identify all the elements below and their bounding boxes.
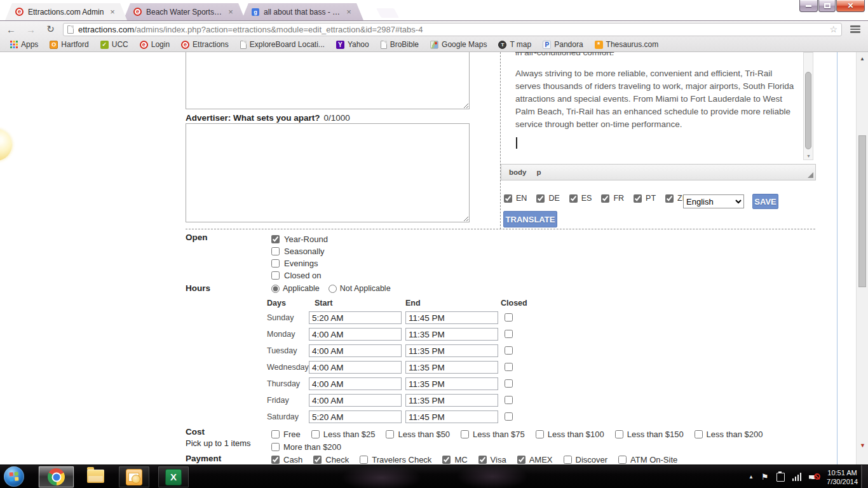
advertiser-textarea[interactable]: [186, 123, 470, 222]
open-option[interactable]: Closed on: [271, 269, 328, 281]
hidden-icons-arrow[interactable]: ▲: [749, 474, 754, 480]
cost-checkbox[interactable]: [615, 430, 623, 438]
language-option[interactable]: FR: [601, 194, 624, 203]
hours-mode-radio[interactable]: [329, 285, 337, 293]
start-time-input[interactable]: [309, 394, 402, 407]
open-checkbox[interactable]: [271, 259, 280, 268]
tab-close-icon[interactable]: ×: [108, 8, 117, 17]
cost-option[interactable]: Less than $150: [615, 430, 684, 439]
bookmark-item[interactable]: O Hartford: [44, 38, 94, 51]
bookmark-item[interactable]: Google Maps: [424, 38, 492, 51]
start-time-input[interactable]: [309, 410, 402, 423]
start-time-input[interactable]: [309, 377, 402, 390]
cost-option[interactable]: Less than $75: [461, 430, 525, 439]
payment-checkbox[interactable]: [478, 456, 487, 464]
taskbar-chrome-button[interactable]: [38, 466, 74, 488]
forward-button[interactable]: →: [22, 22, 39, 36]
cost-option[interactable]: More than $200: [271, 442, 341, 452]
bookmark-item[interactable]: T T map: [492, 38, 537, 51]
payment-option[interactable]: Cash: [271, 455, 302, 464]
open-option[interactable]: Evenings: [271, 257, 328, 269]
translate-button[interactable]: TRANSLATE: [503, 211, 557, 227]
payment-checkbox[interactable]: [271, 456, 280, 464]
network-signal-icon[interactable]: [792, 473, 802, 481]
action-center-flag-icon[interactable]: ⚑: [761, 472, 769, 482]
closed-checkbox[interactable]: [505, 396, 513, 404]
editor-path-item[interactable]: body: [509, 168, 526, 176]
hours-mode-option[interactable]: Applicable: [271, 284, 320, 293]
editor-resize-grip[interactable]: [808, 172, 813, 178]
browser-tab[interactable]: e Ettractions.com Admin ×: [5, 3, 127, 20]
cost-checkbox[interactable]: [311, 430, 320, 438]
page-scrollbar-thumb[interactable]: [858, 135, 866, 287]
taskbar-outlook-button[interactable]: [118, 466, 150, 488]
start-time-input[interactable]: [309, 328, 402, 341]
show-desktop-button[interactable]: [861, 465, 868, 488]
reload-button[interactable]: ↻: [42, 22, 59, 36]
language-option[interactable]: EN: [504, 194, 527, 203]
cost-option[interactable]: Less than $200: [695, 430, 763, 439]
cost-option[interactable]: Less than $100: [536, 430, 604, 439]
language-checkbox[interactable]: [504, 194, 512, 203]
cost-checkbox[interactable]: [536, 430, 544, 438]
bookmark-item[interactable]: ✓ UCC: [95, 38, 134, 51]
bookmark-item[interactable]: * Thesaurus.com: [589, 38, 665, 51]
language-select[interactable]: English: [683, 194, 744, 208]
volume-muted-icon[interactable]: [809, 473, 819, 482]
language-checkbox[interactable]: [536, 194, 545, 203]
start-time-input[interactable]: [309, 344, 402, 357]
language-option[interactable]: DE: [536, 194, 559, 203]
start-time-input[interactable]: [309, 311, 402, 324]
payment-option[interactable]: ATM On-Site: [618, 455, 677, 464]
closed-checkbox[interactable]: [505, 330, 513, 338]
end-time-input[interactable]: [405, 344, 498, 357]
end-time-input[interactable]: [405, 377, 498, 390]
address-bar[interactable]: ettractions.com/admins/index.php?action=…: [63, 23, 842, 36]
closed-checkbox[interactable]: [505, 363, 513, 371]
taskbar-clock[interactable]: 10:51 AM 7/30/2014: [827, 468, 858, 486]
end-time-input[interactable]: [405, 394, 498, 407]
closed-checkbox[interactable]: [505, 346, 513, 355]
payment-option[interactable]: MC: [442, 455, 467, 464]
payment-option[interactable]: Discover: [564, 455, 608, 464]
language-checkbox[interactable]: [634, 194, 642, 203]
cost-checkbox[interactable]: [461, 430, 469, 438]
bookmark-item[interactable]: Apps: [4, 38, 44, 51]
bookmark-item[interactable]: Y Yahoo: [330, 38, 375, 51]
editor-scroll-down-icon[interactable]: ▼: [806, 154, 811, 158]
bookmark-item[interactable]: P Pandora: [537, 38, 588, 51]
rich-text-editor[interactable]: in air-conditioned comfort. Always striv…: [501, 52, 816, 164]
cost-checkbox[interactable]: [386, 430, 394, 438]
end-time-input[interactable]: [405, 311, 498, 324]
end-time-input[interactable]: [405, 328, 498, 341]
back-button[interactable]: ←: [3, 22, 20, 36]
bookmark-item[interactable]: e Ettractions: [175, 38, 234, 51]
bookmark-item[interactable]: ExploreBoard Locati...: [234, 38, 330, 51]
cost-checkbox[interactable]: [695, 430, 703, 438]
tab-close-icon[interactable]: ×: [344, 8, 353, 17]
hours-mode-option[interactable]: Not Applicable: [329, 284, 391, 293]
payment-checkbox[interactable]: [618, 456, 627, 464]
closed-checkbox[interactable]: [505, 379, 513, 388]
taskbar-explorer-button[interactable]: [87, 470, 104, 483]
cost-option[interactable]: Less than $50: [386, 430, 450, 439]
hours-mode-radio[interactable]: [271, 285, 280, 293]
browser-tab[interactable]: g all about that bass - Goog ×: [241, 3, 363, 20]
payment-option[interactable]: Check: [313, 455, 349, 464]
language-option[interactable]: ES: [569, 194, 592, 203]
closed-checkbox[interactable]: [505, 313, 513, 322]
editor-scrollbar[interactable]: ▼: [803, 52, 813, 160]
end-time-input[interactable]: [405, 410, 498, 423]
payment-checkbox[interactable]: [564, 456, 572, 464]
cost-option[interactable]: Less than $25: [311, 430, 376, 439]
minimize-button[interactable]: [799, 0, 818, 12]
open-option[interactable]: Seasonally: [271, 245, 328, 257]
new-tab-button[interactable]: [376, 8, 399, 18]
bookmark-item[interactable]: BroBible: [375, 38, 424, 51]
close-button[interactable]: ✕: [836, 0, 865, 12]
start-time-input[interactable]: [309, 361, 402, 374]
taskbar-excel-button[interactable]: X: [158, 466, 189, 488]
editor-scrollbar-thumb[interactable]: [805, 72, 811, 149]
bookmark-item[interactable]: e Login: [134, 38, 175, 51]
scroll-down-icon[interactable]: ▼: [860, 442, 865, 449]
